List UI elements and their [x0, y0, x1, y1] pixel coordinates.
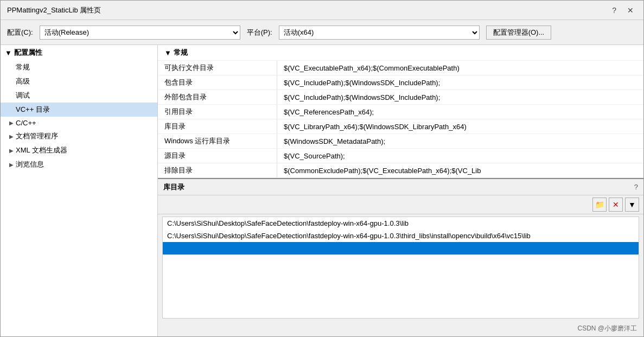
list-item-2[interactable]: [163, 242, 639, 255]
sidebar: ▼ 配置属性 常规 高级 调试 VC++ 目录 ▶ C/C++ ▶ 文档管理程序…: [1, 45, 158, 336]
bottom-panel-title: 库目录: [163, 182, 184, 192]
prop-section-arrow: ▼: [164, 49, 171, 57]
list-item-1[interactable]: C:\Users\SiShui\Desktop\SafeFaceDetectio…: [163, 230, 639, 242]
sidebar-section-header: ▼ 配置属性: [1, 45, 157, 60]
delete-icon: ✕: [613, 200, 619, 209]
prop-section-header: ▼ 常规: [158, 45, 643, 61]
sidebar-item-advanced[interactable]: 高级: [1, 74, 157, 88]
prop-name-external-include: 外部包含目录: [158, 90, 277, 104]
platform-label: 平台(P):: [247, 28, 272, 37]
bottom-panel: 库目录 ? 📁 ✕ ▼ C:\Users\SiShui\Desktop\Saf: [158, 179, 643, 336]
platform-select[interactable]: 活动(x64): [279, 26, 480, 40]
close-button[interactable]: ✕: [624, 5, 637, 16]
right-panel: ▼ 常规 可执行文件目录 $(VC_ExecutablePath_x64);$(…: [158, 45, 643, 336]
prop-value-lib: $(VC_LibraryPath_x64);$(WindowsSDK_Libra…: [277, 120, 643, 133]
folder-icon: 📁: [595, 200, 604, 209]
prop-row-exclude[interactable]: 排除目录 $(CommonExcludePath);$(VC_Executabl…: [158, 163, 643, 178]
title-buttons: ? ✕: [609, 5, 637, 16]
sidebar-item-linker-label: 文档管理程序: [16, 131, 58, 141]
prop-row-include[interactable]: 包含目录 $(VC_IncludePath);$(WindowsSDK_Incl…: [158, 75, 643, 90]
sidebar-item-cpp[interactable]: ▶ C/C++: [1, 117, 157, 129]
prop-name-exclude: 排除目录: [158, 163, 277, 177]
prop-row-lib[interactable]: 库目录 $(VC_LibraryPath_x64);$(WindowsSDK_L…: [158, 119, 643, 134]
bottom-panel-help[interactable]: ?: [634, 183, 638, 191]
prop-name-ref: 引用目录: [158, 105, 277, 119]
arrow-icon-linker: ▶: [9, 133, 14, 139]
sidebar-item-general[interactable]: 常规: [1, 60, 157, 74]
delete-button[interactable]: ✕: [609, 198, 623, 212]
prop-value-source: $(VC_SourcePath);: [277, 150, 643, 162]
prop-name-lib: 库目录: [158, 119, 277, 133]
prop-value-ref: $(VC_ReferencesPath_x64);: [277, 106, 643, 118]
arrow-icon-browse: ▶: [9, 162, 14, 168]
main-window: PPMattingv2_StaticLib 属性页 ? ✕ 配置(C): 活动(…: [0, 0, 644, 337]
sidebar-item-cpp-label: C/C++: [16, 119, 36, 127]
move-down-button[interactable]: ▼: [625, 198, 639, 212]
window-title: PPMattingv2_StaticLib 属性页: [7, 5, 101, 15]
sidebar-collapse-arrow: ▼: [5, 49, 12, 57]
properties-table: ▼ 常规 可执行文件目录 $(VC_ExecutablePath_x64);$(…: [158, 45, 643, 179]
prop-name-winrt: Windows 运行库目录: [158, 134, 277, 148]
config-select[interactable]: 活动(Release): [40, 26, 240, 40]
prop-value-executable: $(VC_ExecutablePath_x64);$(CommonExecuta…: [277, 62, 643, 74]
sidebar-item-xml-label: XML 文档生成器: [16, 145, 67, 155]
prop-value-include: $(VC_IncludePath);$(WindowsSDK_IncludePa…: [277, 77, 643, 89]
sidebar-item-browse-label: 浏览信息: [16, 160, 44, 169]
toolbar: 配置(C): 活动(Release) 平台(P): 活动(x64) 配置管理器(…: [1, 20, 643, 45]
prop-value-exclude: $(CommonExcludePath);$(VC_ExecutablePath…: [277, 164, 643, 177]
sidebar-item-xml[interactable]: ▶ XML 文档生成器: [1, 143, 157, 157]
prop-row-ref[interactable]: 引用目录 $(VC_ReferencesPath_x64);: [158, 105, 643, 119]
arrow-icon-xml: ▶: [9, 148, 14, 154]
sidebar-item-linker[interactable]: ▶ 文档管理程序: [1, 129, 157, 143]
folder-button[interactable]: 📁: [592, 198, 607, 212]
sidebar-section-title: 配置属性: [14, 48, 42, 58]
config-label: 配置(C):: [7, 28, 33, 37]
bottom-toolbar: 📁 ✕ ▼: [158, 195, 643, 214]
prop-row-winrt[interactable]: Windows 运行库目录 $(WindowsSDK_MetadataPath)…: [158, 134, 643, 149]
sidebar-item-vcpp-dirs[interactable]: VC++ 目录: [1, 103, 157, 117]
sidebar-item-browse[interactable]: ▶ 浏览信息: [1, 157, 157, 171]
prop-row-executable[interactable]: 可执行文件目录 $(VC_ExecutablePath_x64);$(Commo…: [158, 61, 643, 75]
prop-name-executable: 可执行文件目录: [158, 61, 277, 75]
main-content: ▼ 配置属性 常规 高级 调试 VC++ 目录 ▶ C/C++ ▶ 文档管理程序…: [1, 45, 643, 336]
prop-row-external-include[interactable]: 外部包含目录 $(VC_IncludePath);$(WindowsSDK_In…: [158, 90, 643, 105]
prop-value-external-include: $(VC_IncludePath);$(WindowsSDK_IncludePa…: [277, 91, 643, 104]
prop-value-winrt: $(WindowsSDK_MetadataPath);: [277, 135, 643, 148]
title-bar: PPMattingv2_StaticLib 属性页 ? ✕: [1, 1, 643, 20]
arrow-icon-cpp: ▶: [9, 120, 14, 126]
down-icon: ▼: [628, 200, 636, 209]
prop-name-include: 包含目录: [158, 75, 277, 90]
prop-section-title: 常规: [174, 48, 188, 58]
prop-row-source[interactable]: 源目录 $(VC_SourcePath);: [158, 149, 643, 163]
help-button[interactable]: ?: [609, 5, 620, 16]
bottom-panel-header: 库目录 ?: [158, 179, 643, 195]
config-manager-button[interactable]: 配置管理器(O)...: [486, 26, 552, 40]
list-item-0[interactable]: C:\Users\SiShui\Desktop\SafeFaceDetectio…: [163, 217, 639, 230]
watermark: CSDN @小廖磨洋工: [158, 321, 643, 336]
sidebar-item-debug[interactable]: 调试: [1, 88, 157, 103]
prop-name-source: 源目录: [158, 149, 277, 163]
bottom-list[interactable]: C:\Users\SiShui\Desktop\SafeFaceDetectio…: [162, 217, 639, 319]
